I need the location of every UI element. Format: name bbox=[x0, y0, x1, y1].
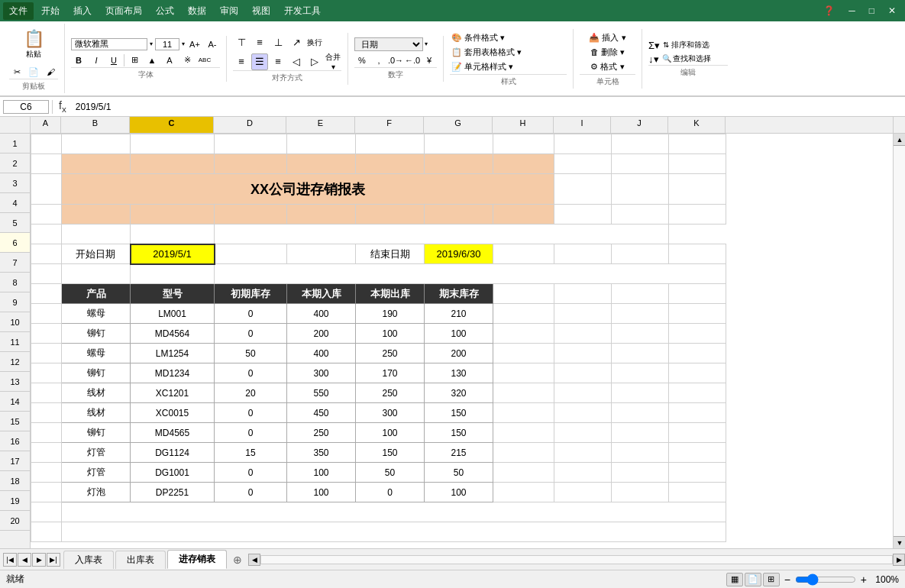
align-middle-button[interactable]: ≡ bbox=[251, 34, 268, 51]
col-header-K[interactable]: K bbox=[668, 117, 726, 134]
indent-less-button[interactable]: ◁ bbox=[288, 53, 305, 70]
cell-E4[interactable] bbox=[287, 205, 356, 225]
cell-A11[interactable] bbox=[31, 344, 62, 363]
cell-I12[interactable] bbox=[554, 363, 612, 383]
cell-D1[interactable] bbox=[215, 134, 287, 154]
cell-E13[interactable]: 550 bbox=[287, 383, 356, 403]
cell-I17[interactable] bbox=[554, 463, 612, 483]
cell-B10[interactable]: 铆钉 bbox=[62, 324, 131, 344]
cell-G8-hdr[interactable]: 期末库存 bbox=[425, 284, 493, 304]
cell-J9[interactable] bbox=[612, 304, 669, 324]
sheet-nav-next[interactable]: ▶ bbox=[32, 553, 46, 567]
row-num-12[interactable]: 12 bbox=[0, 352, 30, 372]
menu-review[interactable]: 审阅 bbox=[214, 2, 244, 20]
copy-button[interactable]: 📄 bbox=[26, 65, 41, 79]
cell-H13[interactable] bbox=[493, 383, 554, 403]
cell-G4[interactable] bbox=[425, 205, 493, 225]
cell-A4[interactable] bbox=[31, 205, 62, 225]
cell-E1[interactable] bbox=[287, 134, 356, 154]
cell-I13[interactable] bbox=[554, 383, 612, 403]
cell-A1[interactable] bbox=[31, 134, 62, 154]
cell-B11[interactable]: 螺母 bbox=[62, 344, 131, 363]
cell-J14[interactable] bbox=[612, 403, 669, 423]
cell-B16[interactable]: 灯管 bbox=[62, 443, 131, 463]
cell-K13[interactable] bbox=[669, 383, 726, 403]
cell-B18[interactable]: 灯泡 bbox=[62, 483, 131, 502]
cell-D17[interactable]: 0 bbox=[215, 463, 287, 483]
cell-A2[interactable] bbox=[31, 154, 62, 174]
cell-K3[interactable] bbox=[669, 174, 726, 205]
cell-J1[interactable] bbox=[612, 134, 669, 154]
cell-A15[interactable] bbox=[31, 423, 62, 443]
cell-H18[interactable] bbox=[493, 483, 554, 502]
cell-A19[interactable] bbox=[31, 502, 62, 522]
cell-I3[interactable] bbox=[554, 174, 612, 205]
currency-button[interactable]: ¥ bbox=[422, 53, 437, 67]
text-angle-button[interactable]: ↗ bbox=[288, 34, 305, 51]
cell-C8-hdr[interactable]: 型号 bbox=[131, 284, 215, 304]
row-num-18[interactable]: 18 bbox=[0, 471, 30, 491]
cell-I8[interactable] bbox=[554, 284, 612, 304]
cell-B3-title[interactable]: XX公司进存销报表 bbox=[62, 174, 554, 205]
cell-C12[interactable]: MD1234 bbox=[131, 363, 215, 383]
menu-dev[interactable]: 开发工具 bbox=[278, 2, 327, 20]
cell-G15[interactable]: 150 bbox=[425, 423, 493, 443]
row-num-4[interactable]: 4 bbox=[0, 193, 30, 213]
cell-A10[interactable] bbox=[31, 324, 62, 344]
align-right-button[interactable]: ≡ bbox=[270, 53, 286, 70]
cell-F1[interactable] bbox=[356, 134, 425, 154]
cell-B20[interactable] bbox=[62, 522, 726, 542]
zoom-slider[interactable] bbox=[795, 573, 856, 586]
col-header-F[interactable]: F bbox=[355, 117, 424, 134]
cell-K17[interactable] bbox=[669, 463, 726, 483]
row-num-2[interactable]: 2 bbox=[0, 153, 30, 173]
cell-D8-hdr[interactable]: 初期库存 bbox=[215, 284, 287, 304]
cell-C7[interactable] bbox=[131, 264, 215, 284]
sort-filter-button[interactable]: ⇅ 排序和筛选 bbox=[663, 40, 709, 51]
row-num-10[interactable]: 10 bbox=[0, 312, 30, 332]
align-bottom-button[interactable]: ⊥ bbox=[270, 34, 286, 51]
cell-G2[interactable] bbox=[425, 154, 493, 174]
cell-B17[interactable]: 灯管 bbox=[62, 463, 131, 483]
italic-button[interactable]: I bbox=[89, 53, 104, 67]
row-num-13[interactable]: 13 bbox=[0, 372, 30, 392]
cell-B5[interactable] bbox=[62, 225, 131, 244]
page-layout-view-btn[interactable]: 📄 bbox=[745, 573, 761, 586]
conditional-format-button[interactable]: 🎨 条件格式 ▾ bbox=[450, 31, 567, 45]
delete-cells-button[interactable]: 🗑 删除 ▾ bbox=[580, 45, 635, 60]
col-header-D[interactable]: D bbox=[214, 117, 286, 134]
col-header-H[interactable]: H bbox=[493, 117, 554, 134]
cell-F16[interactable]: 150 bbox=[356, 443, 425, 463]
cell-K6[interactable] bbox=[669, 244, 726, 264]
cell-F2[interactable] bbox=[356, 154, 425, 174]
cell-J3[interactable] bbox=[612, 174, 669, 205]
cell-J6[interactable] bbox=[612, 244, 669, 264]
cell-F10[interactable]: 100 bbox=[356, 324, 425, 344]
scroll-up-btn[interactable]: ▲ bbox=[894, 134, 905, 146]
cell-F6-label[interactable]: 结束日期 bbox=[356, 244, 425, 264]
merge-button[interactable]: 合并▾ bbox=[325, 53, 341, 70]
menu-data[interactable]: 数据 bbox=[182, 2, 212, 20]
cell-F17[interactable]: 50 bbox=[356, 463, 425, 483]
underline-button[interactable]: U bbox=[106, 53, 121, 67]
row-num-7[interactable]: 7 bbox=[0, 253, 30, 273]
cell-E17[interactable]: 100 bbox=[287, 463, 356, 483]
cell-style-button[interactable]: 📝 单元格样式 ▾ bbox=[450, 60, 567, 74]
cell-D9[interactable]: 0 bbox=[215, 304, 287, 324]
cell-E12[interactable]: 300 bbox=[287, 363, 356, 383]
cell-K4[interactable] bbox=[669, 205, 726, 225]
cell-G14[interactable]: 150 bbox=[425, 403, 493, 423]
cell-E16[interactable]: 350 bbox=[287, 443, 356, 463]
cell-B7[interactable] bbox=[62, 264, 131, 284]
cell-F18[interactable]: 0 bbox=[356, 483, 425, 502]
cell-A3[interactable] bbox=[31, 174, 62, 205]
cell-H6[interactable] bbox=[493, 244, 554, 264]
cell-D13[interactable]: 20 bbox=[215, 383, 287, 403]
cell-C2[interactable] bbox=[131, 154, 215, 174]
row-num-14[interactable]: 14 bbox=[0, 392, 30, 412]
sheet-tab-jinxiaocun[interactable]: 进存销表 bbox=[167, 550, 227, 569]
normal-view-btn[interactable]: ▦ bbox=[726, 573, 743, 586]
cell-K12[interactable] bbox=[669, 363, 726, 383]
cell-B13[interactable]: 线材 bbox=[62, 383, 131, 403]
font-name-dropdown[interactable]: ▾ bbox=[150, 40, 153, 47]
